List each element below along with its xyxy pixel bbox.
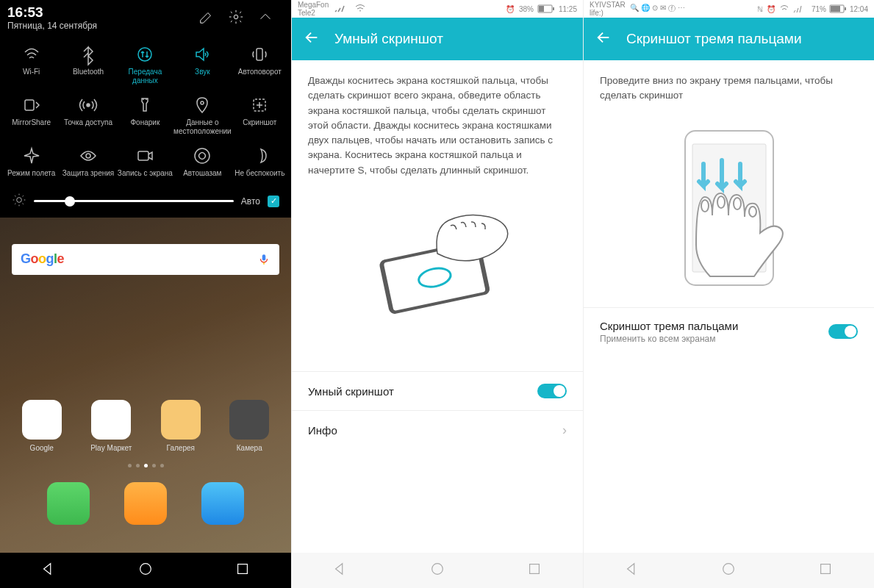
battery-pct: 38% <box>519 5 534 13</box>
qs-label: Данные о местоположении <box>173 118 232 135</box>
home-screen: Google GooglePlay МаркетГалереяКамера <box>0 218 291 553</box>
svg-point-0 <box>234 15 238 19</box>
qs-tile-screenshot[interactable]: Скриншот <box>232 92 288 143</box>
recent-nav-icon[interactable] <box>234 561 251 580</box>
svg-rect-21 <box>530 564 540 574</box>
qs-tile-location[interactable]: Данные о местоположении <box>173 92 232 143</box>
home-nav-icon[interactable] <box>137 561 154 580</box>
google-logo: Google <box>21 251 64 267</box>
contacts-app-icon[interactable] <box>124 482 167 525</box>
svg-point-9 <box>195 148 209 163</box>
back-nav-icon[interactable] <box>624 561 640 580</box>
svg-point-10 <box>17 197 22 202</box>
mic-icon[interactable] <box>257 253 271 266</box>
qs-tile-flashlight[interactable]: Фонарик <box>117 92 173 143</box>
description-text: Проведите вниз по экрану тремя пальцами,… <box>584 60 874 117</box>
qs-tile-dnd[interactable]: Не беспокоить <box>232 143 288 185</box>
svg-point-31 <box>723 564 734 575</box>
svg-point-30 <box>749 207 756 217</box>
status-bar: MegaFon Tele2 ⏰ 38% 11:25 <box>292 0 583 18</box>
svg-rect-23 <box>831 6 840 12</box>
navigation-bar <box>292 553 583 588</box>
qs-tile-airplane[interactable]: Режим полета <box>3 143 60 185</box>
back-nav-icon[interactable] <box>332 561 348 580</box>
clock: 12:04 <box>850 5 868 13</box>
app-label: Галерея <box>167 444 195 452</box>
app-label: Камера <box>237 444 262 452</box>
qs-tile-data[interactable]: Передача данных <box>117 41 173 92</box>
carrier-label-2: life:) <box>590 9 626 17</box>
app-shortcut[interactable]: Камера <box>229 400 269 452</box>
three-finger-screenshot-settings: KYIVSTAR life:) 🔍🌐⊙✉ⓕ⋯ ℕ ⏰ 71% 12:04 Скр… <box>583 0 874 588</box>
qs-tile-record[interactable]: Запись с экрана <box>117 143 173 185</box>
smart-screenshot-toggle-row[interactable]: Умный скриншот <box>292 371 583 410</box>
info-row[interactable]: Инфо › <box>292 410 583 450</box>
messages-app-icon[interactable] <box>201 482 244 525</box>
battery-icon <box>538 5 554 13</box>
gear-icon[interactable] <box>228 9 244 26</box>
three-finger-illustration <box>584 117 874 308</box>
home-nav-icon[interactable] <box>720 561 737 580</box>
knuckle-illustration <box>292 191 583 323</box>
phone-app-icon[interactable] <box>47 482 90 525</box>
toggle-switch[interactable] <box>537 384 567 398</box>
app-shortcut[interactable]: Галерея <box>161 400 201 452</box>
app-bar: Скриншот тремя пальцами <box>584 18 874 60</box>
back-nav-icon[interactable] <box>40 561 57 580</box>
svg-rect-3 <box>25 100 34 110</box>
notification-icons: 🔍🌐⊙✉ⓕ⋯ <box>630 4 685 14</box>
qs-tile-eye[interactable]: Защита зрения <box>60 143 116 185</box>
qs-label: Автошазам <box>183 169 221 178</box>
brightness-slider[interactable] <box>34 200 234 202</box>
back-icon[interactable] <box>304 29 320 49</box>
svg-point-7 <box>86 154 90 158</box>
setting-sublabel: Применить ко всем экранам <box>600 334 738 344</box>
recent-nav-icon[interactable] <box>526 561 542 580</box>
recent-nav-icon[interactable] <box>817 561 834 580</box>
svg-point-12 <box>140 564 151 575</box>
collapse-icon[interactable] <box>257 9 273 26</box>
auto-brightness-checkbox[interactable]: ✓ <box>268 196 279 207</box>
svg-point-20 <box>432 564 443 575</box>
qs-label: Не беспокоить <box>234 169 284 178</box>
svg-point-1 <box>138 48 151 61</box>
app-bar: Умный скриншот <box>292 18 583 60</box>
svg-point-28 <box>717 196 725 208</box>
nfc-icon: ℕ <box>757 5 763 13</box>
back-icon[interactable] <box>595 29 612 49</box>
qs-label: Звук <box>195 68 210 76</box>
dock <box>0 482 291 525</box>
setting-label: Инфо <box>308 424 337 437</box>
signal-icon <box>334 4 352 12</box>
qs-label: Автоповорот <box>238 68 282 76</box>
home-nav-icon[interactable] <box>429 561 445 580</box>
clock: 16:53 <box>7 4 97 21</box>
qs-tile-sound[interactable]: Звук <box>173 41 232 92</box>
svg-point-29 <box>734 198 741 209</box>
description-text: Дважды коснитесь экрана костяшкой пальца… <box>292 60 583 191</box>
qs-tile-shazam[interactable]: Автошазам <box>173 143 232 185</box>
qs-label: Bluetooth <box>73 68 104 76</box>
toggle-switch[interactable] <box>828 324 858 339</box>
qs-tile-bluetooth[interactable]: Bluetooth <box>60 41 116 92</box>
edit-icon[interactable] <box>198 9 215 26</box>
navigation-bar <box>0 553 291 588</box>
google-search-bar[interactable]: Google <box>12 244 279 275</box>
app-shortcut[interactable]: Google <box>22 400 62 452</box>
three-finger-toggle-row[interactable]: Скриншот тремя пальцами Применить ко все… <box>584 308 874 356</box>
smart-screenshot-settings: MegaFon Tele2 ⏰ 38% 11:25 Умный скриншот… <box>291 0 583 588</box>
qs-tile-mirror[interactable]: MirrorShare <box>3 92 60 143</box>
svg-rect-11 <box>262 254 266 260</box>
brightness-row: Авто ✓ <box>0 185 291 218</box>
battery-pct: 71% <box>812 5 826 13</box>
status-bar: 16:53 Пятница, 14 сентября <box>0 0 291 35</box>
qs-tile-hotspot[interactable]: Точка доступа <box>60 92 116 143</box>
app-shortcut[interactable]: Play Маркет <box>90 400 132 452</box>
page-indicator <box>0 464 291 467</box>
quick-settings-grid: Wi-FiBluetoothПередача данныхЗвукАвтопов… <box>0 35 291 185</box>
qs-tile-rotate[interactable]: Автоповорот <box>232 41 288 92</box>
qs-label: Запись с экрана <box>118 169 173 178</box>
qs-tile-wifi[interactable]: Wi-Fi <box>3 41 60 92</box>
clock: 11:25 <box>559 5 577 13</box>
navigation-bar <box>584 553 874 588</box>
